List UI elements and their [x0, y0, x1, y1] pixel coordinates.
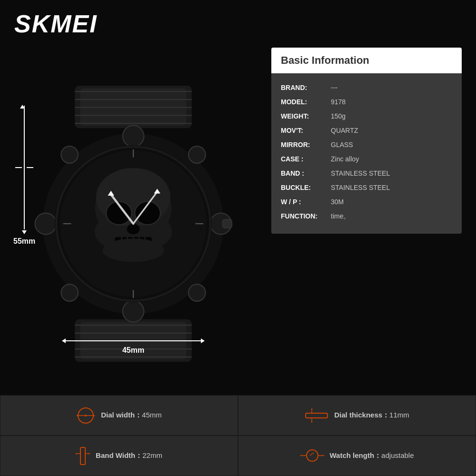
band-width-cell: Band Width：22mm	[0, 436, 238, 476]
brand-label: BRAND:	[281, 84, 328, 91]
svg-rect-2	[75, 91, 191, 92]
watch-length-icon	[300, 447, 324, 464]
watch-length-text: Watch length：adjustable	[330, 451, 414, 460]
function-row: FUNCTION: time。	[271, 209, 462, 224]
movement-label: MOV'T:	[281, 127, 328, 134]
movement-value: QUARTZ	[331, 127, 358, 134]
svg-point-21	[61, 284, 78, 301]
brand-row: BRAND: ---	[271, 80, 462, 95]
horizontal-dimension: 45mm	[33, 338, 233, 355]
function-label: FUNCTION:	[281, 212, 328, 220]
mirror-value: GLASS	[331, 141, 353, 149]
wp-row: W / P : 30M	[271, 195, 462, 209]
svg-marker-64	[76, 453, 77, 455]
dial-thickness-text: Dial thickness：11mm	[334, 411, 409, 420]
case-value: Zinc alloy	[331, 155, 359, 163]
dial-thickness-cell: Dial thickness：11mm	[238, 395, 476, 436]
svg-point-20	[188, 146, 206, 163]
band-value: STAINLESS STEEL	[331, 169, 390, 177]
width-label: 45mm	[122, 346, 144, 355]
watch-image-area: 55mm	[0, 38, 252, 371]
mirror-row: MIRROR: GLASS	[271, 138, 462, 152]
svg-point-66	[307, 450, 318, 461]
svg-rect-9	[75, 325, 191, 326]
svg-point-16	[123, 301, 144, 322]
weight-value: 150g	[331, 112, 346, 120]
svg-point-41	[102, 238, 164, 262]
brand-value: ---	[331, 84, 337, 91]
svg-rect-56	[306, 413, 327, 418]
svg-point-15	[123, 126, 144, 147]
wp-value: 30M	[331, 198, 344, 206]
svg-rect-10	[75, 333, 191, 334]
wp-label: W / P :	[281, 198, 328, 206]
info-panel-header: Basic Information	[271, 48, 462, 73]
svg-rect-4	[75, 107, 191, 108]
dial-width-cell: Dial width：45mm	[0, 395, 238, 436]
function-value: time。	[331, 212, 350, 221]
svg-marker-59	[311, 408, 313, 409]
svg-rect-46	[222, 219, 232, 228]
svg-rect-5	[75, 115, 191, 116]
svg-marker-69	[300, 455, 301, 456]
info-panel-title: Basic Information	[281, 54, 452, 67]
band-width-text: Band Width：22mm	[96, 451, 162, 460]
band-row: BAND : STAINLESS STEEL	[271, 166, 462, 180]
case-row: CASE : Zinc alloy	[271, 152, 462, 166]
svg-marker-54	[76, 415, 78, 416]
svg-marker-60	[311, 422, 313, 423]
watch-svg	[29, 86, 238, 362]
buckle-value: STAINLESS STEEL	[331, 184, 390, 191]
weight-row: WEIGHT: 150g	[271, 109, 462, 123]
dial-width-icon	[76, 406, 95, 425]
svg-point-19	[61, 146, 78, 163]
band-label: BAND :	[281, 169, 328, 177]
model-label: MODEL:	[281, 98, 328, 106]
case-label: CASE :	[281, 155, 328, 163]
svg-point-17	[35, 213, 57, 235]
band-width-icon	[76, 446, 90, 466]
svg-point-34	[127, 224, 140, 234]
dial-width-text: Dial width：45mm	[101, 411, 162, 420]
svg-marker-55	[93, 415, 95, 416]
svg-line-71	[310, 453, 314, 456]
specs-row-1: Dial width：45mm Dial thickness：11mm	[0, 395, 476, 436]
movement-row: MOV'T: QUARTZ	[271, 123, 462, 138]
specs-row-2: Band Width：22mm Watch length：adjustable	[0, 436, 476, 476]
model-row: MODEL: 9178	[271, 95, 462, 109]
svg-rect-3	[75, 99, 191, 100]
buckle-label: BUCKLE:	[281, 184, 328, 191]
specs-bar: Dial width：45mm Dial thickness：11mm	[0, 395, 476, 476]
svg-marker-70	[323, 455, 324, 456]
mirror-label: MIRROR:	[281, 141, 328, 149]
svg-rect-6	[75, 123, 191, 124]
svg-rect-61	[80, 447, 85, 465]
svg-rect-13	[75, 357, 191, 357]
info-panel: Basic Information BRAND: --- MODEL: 9178…	[271, 48, 462, 234]
svg-marker-65	[89, 453, 90, 455]
dial-thickness-icon	[305, 408, 328, 423]
watch-length-cell: Watch length：adjustable	[238, 436, 476, 476]
brand-logo: SKMEI	[14, 10, 98, 38]
model-value: 9178	[331, 98, 346, 106]
buckle-row: BUCKLE: STAINLESS STEEL	[271, 180, 462, 195]
svg-point-22	[188, 284, 206, 301]
watch-display	[29, 86, 238, 362]
logo-text: SKMEI	[14, 10, 98, 38]
weight-label: WEIGHT:	[281, 112, 328, 120]
